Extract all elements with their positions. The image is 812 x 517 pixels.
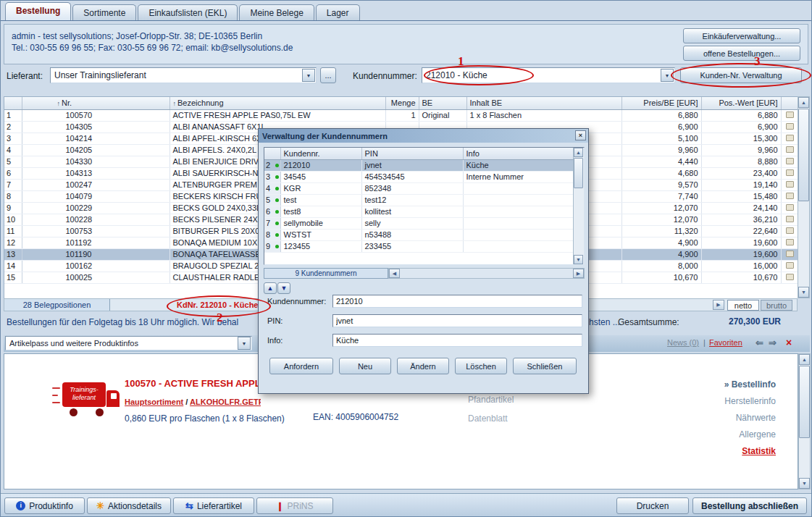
position-note-icon[interactable] [786,204,794,211]
row-number: 6 [4,167,22,179]
col-header-nr[interactable]: ↑Nr. [22,97,169,109]
netto-toggle[interactable]: netto [727,300,759,311]
col-header-kundennr[interactable]: Kundennr. [280,148,361,159]
favoriten-link[interactable]: Favoriten [709,338,742,347]
product-sidebar-link[interactable]: Allergene [724,426,776,443]
position-note-icon[interactable] [786,216,794,222]
product-sidebar-link[interactable]: Statistik [724,443,776,460]
col-header-preis[interactable]: Preis/BE [EUR] [621,97,701,109]
dialog-close-icon[interactable]: × [575,130,586,140]
position-note-icon[interactable] [786,193,794,199]
kundennummer-select[interactable]: 212010 - Küche ▼ [422,67,675,83]
hauptsortiment-link[interactable]: Hauptsortiment [125,398,183,406]
position-note-icon[interactable] [786,169,794,176]
position-note-icon[interactable] [786,146,794,153]
position-note-icon[interactable] [786,239,794,245]
offene-bestellungen-button[interactable]: offene Bestellungen... [683,46,800,61]
chevron-down-icon[interactable]: ▼ [238,337,251,350]
move-up-button[interactable]: ▲ [264,282,277,294]
row-number: 1 [4,109,22,121]
drucken-button[interactable]: Drucken [616,497,689,514]
loeschen-button[interactable]: Löschen [455,358,507,374]
chevron-down-icon[interactable]: ▼ [661,69,674,82]
dialog-horizontal-scrollbar[interactable]: ◀ ▶ [388,268,585,279]
scroll-right-icon[interactable]: ▶ [713,300,724,310]
produktinfo-button[interactable]: iProduktinfo [4,497,85,514]
dialog-pin-input[interactable] [332,314,582,327]
einkaeuferverwaltung-button[interactable]: Einkäuferverwaltung... [683,28,800,43]
scroll-up-icon[interactable]: ▲ [799,354,810,365]
position-note-icon[interactable] [786,251,794,257]
dialog-kundennummer-input[interactable] [332,295,582,308]
kundennummer-row[interactable]: 7 sellymobile selly [264,217,574,229]
row-number-cell: 7 [264,217,280,229]
close-panel-icon[interactable]: × [786,337,792,348]
position-note-icon[interactable] [786,158,794,164]
lieferartikel-button[interactable]: ⇆Lieferartikel [173,497,254,514]
col-header-bezeichnung[interactable]: ↑Bezeichnung [169,97,385,109]
neu-button[interactable]: Neu [339,358,391,374]
chevron-down-icon[interactable]: ▼ [302,69,315,82]
scrollbar-thumb[interactable] [574,158,583,188]
kundennummer-row[interactable]: 9 123455 233455 [264,240,574,252]
tab[interactable]: Lager [316,4,360,20]
nav-next-icon[interactable]: ⇒ [769,337,777,348]
tab[interactable]: Einkaufslisten (EKL) [138,4,238,20]
col-header-menge[interactable]: Menge [385,97,419,109]
kundennummer-row[interactable]: 4 KGR 852348 [264,182,574,194]
kundennummer-row[interactable]: 8 WSTST n53488 [264,229,574,240]
position-note-icon[interactable] [786,274,794,280]
col-header-poswert[interactable]: Pos.-Wert [EUR] [701,97,781,109]
lieferant-browse-button[interactable]: ... [320,67,336,83]
tab[interactable]: Meine Belege [239,4,314,20]
product-sidebar-link[interactable]: » Bestellinfo [724,377,776,393]
position-note-icon[interactable] [786,112,794,118]
scrollbar-thumb[interactable] [799,366,810,438]
row-number-cell: 4 [264,182,280,194]
brutto-toggle[interactable]: brutto [761,300,792,311]
col-header-be[interactable]: BE [419,97,466,109]
product-panel-scrollbar[interactable]: ▲ ▼ [798,353,811,489]
kundennummer-row[interactable]: 6 test8 kollitest [264,206,574,217]
position-note-icon[interactable] [786,123,794,130]
schliessen-button[interactable]: Schließen [513,358,577,374]
product-sidebar-link[interactable]: Herstellerinfo [724,393,776,410]
aendern-button[interactable]: Ändern [397,358,449,374]
table-vertical-scrollbar[interactable]: ▲ ▼ [798,96,810,298]
produktinfo-view-select[interactable]: Artikelpass und weitere Produktinfos ▼ [5,336,252,350]
kundennummer-row[interactable]: 2 212010 jvnet Küche [264,159,574,171]
bestellung-abschliessen-button[interactable]: Bestellung abschließen [692,497,807,514]
tab[interactable]: Sortimente [72,4,136,20]
scroll-left-icon[interactable]: ◀ [389,269,400,278]
dialog-info-input[interactable] [332,334,582,347]
dialog-titlebar[interactable]: Verwaltung der Kundennummern [259,129,588,143]
col-header-inhalt[interactable]: Inhalt BE [466,97,621,109]
news-link[interactable]: News (0) [667,338,699,347]
kundennummer-row[interactable]: 3 34545 454534545 Interne Nummer [264,171,574,182]
table-row[interactable]: 1 100570 ACTIVE FRESH APPLE PAS0,75L EW … [4,109,798,121]
position-note-icon[interactable] [786,135,794,141]
position-note-icon[interactable] [786,227,794,234]
scroll-up-icon[interactable]: ▲ [798,97,809,108]
anfordern-button[interactable]: Anfordern [269,358,333,374]
aktionsdetails-button[interactable]: ✳Aktionsdetails [87,497,171,514]
product-sidebar-link[interactable]: Nährwerte [724,410,776,426]
col-header-info[interactable]: Info [463,148,574,159]
scroll-down-icon[interactable]: ▼ [798,287,809,298]
lieferant-select[interactable]: Unser Trainingslieferant ▼ [50,67,317,83]
scroll-down-icon[interactable]: ▼ [799,478,810,489]
kundennummer-row[interactable]: 5 test test12 [264,194,574,206]
scroll-right-icon[interactable]: ▶ [573,269,584,278]
scroll-down-icon[interactable]: ▼ [574,255,583,264]
position-note-icon[interactable] [786,181,794,188]
scrollbar-thumb[interactable] [798,109,809,201]
scroll-up-icon[interactable]: ▲ [574,148,583,157]
dialog-table-scrollbar[interactable]: ▲ ▼ [573,148,584,264]
kategorie-link[interactable]: ALKOHOLFR.GETRÄNKE [190,398,261,406]
col-header-pin[interactable]: PIN [361,148,463,159]
tab[interactable]: Bestellung [5,2,71,20]
kunden-nr-verwaltung-button[interactable]: Kunden-Nr. Verwaltung [680,67,802,83]
nav-prev-icon[interactable]: ⇐ [756,337,763,348]
move-down-button[interactable]: ▼ [277,282,290,294]
position-note-icon[interactable] [786,262,794,269]
